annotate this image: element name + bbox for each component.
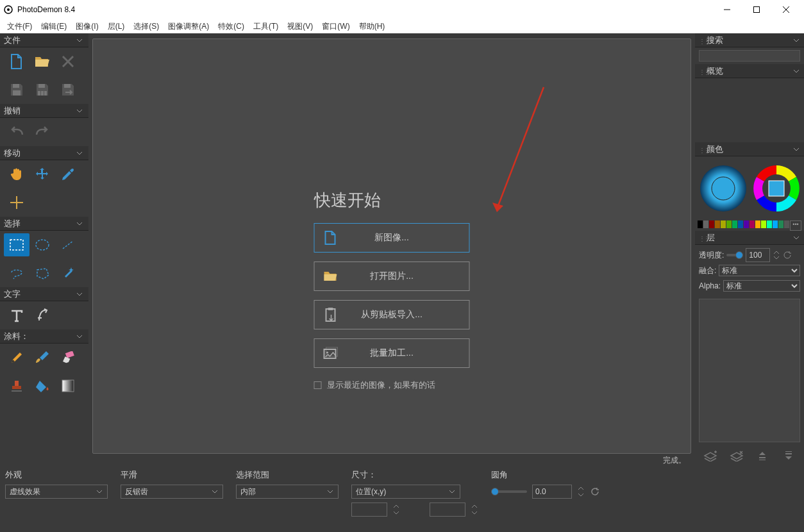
menu-select[interactable]: 选择(S) xyxy=(129,20,163,33)
layer-list[interactable] xyxy=(699,299,800,442)
close-file-icon[interactable] xyxy=(55,50,81,73)
size-x-input[interactable] xyxy=(351,503,387,517)
alpha-select[interactable]: 标准 xyxy=(723,280,800,292)
swatch[interactable] xyxy=(732,220,737,228)
gradient-tool-icon[interactable] xyxy=(55,374,81,397)
stepper-icon[interactable] xyxy=(577,485,585,499)
swatch[interactable] xyxy=(738,220,743,228)
menu-view[interactable]: 视图(V) xyxy=(283,20,317,33)
swatch[interactable] xyxy=(755,220,760,228)
toolbox-section-text[interactable]: 文字 xyxy=(0,287,88,301)
round-value[interactable]: 0.0 xyxy=(532,485,572,499)
color-wheels[interactable] xyxy=(695,156,804,220)
move-tool-icon[interactable] xyxy=(29,163,55,186)
text-path-tool-icon[interactable] xyxy=(29,304,55,327)
swatch[interactable] xyxy=(773,220,778,228)
swatch[interactable] xyxy=(750,220,755,228)
swatch[interactable] xyxy=(778,220,783,228)
delete-layer-icon[interactable] xyxy=(728,447,746,465)
show-recent-checkbox[interactable]: 显示最近的图像，如果有的话 xyxy=(314,379,435,391)
canvas[interactable]: 快速开始 新图像... 打开图片... 从剪贴板导入... 批量加工... xyxy=(92,38,691,454)
toolbox-section-select[interactable]: 选择 xyxy=(0,217,88,231)
menu-image[interactable]: 图像(I) xyxy=(71,20,103,33)
opacity-value[interactable]: 100 xyxy=(746,248,770,262)
toolbox-section-file[interactable]: 文件 xyxy=(0,33,88,47)
stepper-icon[interactable] xyxy=(392,503,400,517)
size-y-input[interactable] xyxy=(430,503,465,517)
menu-tools[interactable]: 工具(T) xyxy=(249,20,283,33)
line-select-tool-icon[interactable] xyxy=(55,233,81,256)
panel-overview-header[interactable]: 概览 xyxy=(695,64,804,78)
color-swatches[interactable]: ••• xyxy=(695,220,804,231)
menu-edit[interactable]: 编辑(E) xyxy=(37,20,71,33)
layer-up-icon[interactable] xyxy=(753,447,771,465)
open-image-button[interactable]: 打开图片... xyxy=(314,262,470,291)
save-copy-icon[interactable] xyxy=(29,78,55,101)
swatch[interactable] xyxy=(709,220,714,228)
new-image-button[interactable]: 新图像... xyxy=(314,223,470,253)
search-input[interactable] xyxy=(699,50,800,62)
ellipse-select-tool-icon[interactable] xyxy=(29,233,55,256)
crosshair-tool-icon[interactable] xyxy=(4,191,29,214)
appearance-select[interactable]: 虚线效果 xyxy=(5,485,108,499)
poly-select-tool-icon[interactable] xyxy=(29,262,55,285)
round-slider[interactable] xyxy=(491,490,527,493)
text-tool-icon[interactable] xyxy=(4,304,29,327)
brush-tool-icon[interactable] xyxy=(29,346,55,369)
rect-select-tool-icon[interactable] xyxy=(4,233,29,256)
swatch[interactable] xyxy=(744,220,749,228)
swatch[interactable] xyxy=(784,220,789,228)
open-folder-icon[interactable] xyxy=(29,50,55,73)
import-clipboard-button[interactable]: 从剪贴板导入... xyxy=(314,300,470,329)
toolbox-section-move[interactable]: 移动 xyxy=(0,146,88,160)
eyedropper-tool-icon[interactable] xyxy=(55,163,81,186)
swatch-more-button[interactable]: ••• xyxy=(790,220,801,231)
window-close-button[interactable] xyxy=(771,0,801,19)
hand-tool-icon[interactable] xyxy=(4,163,29,186)
reset-icon[interactable] xyxy=(783,251,792,260)
menu-window[interactable]: 窗口(W) xyxy=(317,20,354,33)
layer-down-icon[interactable] xyxy=(780,447,798,465)
pencil-tool-icon[interactable] xyxy=(4,346,29,369)
swatch[interactable] xyxy=(698,220,703,228)
menu-adjust[interactable]: 图像调整(A) xyxy=(163,20,214,33)
eraser-tool-icon[interactable] xyxy=(55,346,81,369)
swatch[interactable] xyxy=(715,220,720,228)
add-layer-icon[interactable] xyxy=(701,447,719,465)
color-wheel-hue-icon[interactable] xyxy=(751,163,801,213)
toolbox-section-paint[interactable]: 涂料： xyxy=(0,329,88,344)
fill-tool-icon[interactable] xyxy=(29,374,55,397)
swatch[interactable] xyxy=(726,220,732,228)
swatch[interactable] xyxy=(703,220,708,228)
new-file-icon[interactable] xyxy=(4,50,29,73)
range-select[interactable]: 内部 xyxy=(236,485,339,499)
menu-help[interactable]: 帮助(H) xyxy=(355,20,390,33)
stamp-tool-icon[interactable] xyxy=(4,374,29,397)
save-icon[interactable] xyxy=(4,78,29,101)
window-minimize-button[interactable] xyxy=(712,0,742,19)
stepper-icon[interactable] xyxy=(773,249,780,261)
color-wheel-shade-icon[interactable] xyxy=(698,163,748,213)
size-select[interactable]: 位置(x,y) xyxy=(351,485,460,499)
reset-icon[interactable] xyxy=(590,486,600,497)
stepper-icon[interactable] xyxy=(471,503,478,517)
swatch[interactable] xyxy=(767,220,772,228)
panel-color-header[interactable]: 颜色 xyxy=(695,142,804,156)
batch-process-button[interactable]: 批量加工... xyxy=(314,338,470,368)
swatch[interactable] xyxy=(761,220,766,228)
window-maximize-button[interactable] xyxy=(742,0,771,19)
save-as-icon[interactable] xyxy=(55,78,81,101)
undo-icon[interactable] xyxy=(4,121,29,144)
toolbox-section-undo[interactable]: 撤销 xyxy=(0,104,88,118)
menu-layer[interactable]: 层(L) xyxy=(103,20,130,33)
panel-layer-header[interactable]: 层 xyxy=(695,231,804,245)
smooth-select[interactable]: 反锯齿 xyxy=(121,485,223,499)
menu-effects[interactable]: 特效(C) xyxy=(214,20,249,33)
redo-icon[interactable] xyxy=(29,121,55,144)
panel-search-header[interactable]: 搜索 xyxy=(695,33,804,47)
opacity-slider[interactable] xyxy=(726,254,743,256)
blend-select[interactable]: 标准 xyxy=(719,265,800,276)
swatch[interactable] xyxy=(721,220,726,228)
lasso-select-tool-icon[interactable] xyxy=(4,262,29,285)
magic-wand-tool-icon[interactable] xyxy=(55,262,81,285)
